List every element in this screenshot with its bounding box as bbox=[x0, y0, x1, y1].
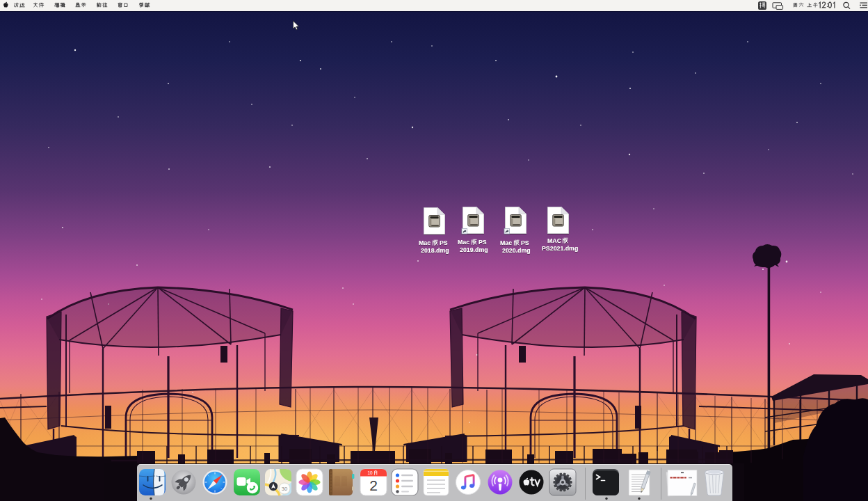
svg-text:10: 10 bbox=[367, 470, 373, 475]
svg-text:PS: PS bbox=[440, 239, 448, 246]
svg-text:MAC: MAC bbox=[547, 237, 562, 244]
svg-text:2020.dmg: 2020.dmg bbox=[502, 247, 531, 254]
svg-text:PS: PS bbox=[479, 239, 487, 246]
svg-text:PS2021.dmg: PS2021.dmg bbox=[542, 245, 578, 252]
svg-text:Mac: Mac bbox=[419, 239, 431, 246]
svg-text:Mac: Mac bbox=[500, 239, 512, 246]
svg-text:2: 2 bbox=[369, 477, 378, 493]
svg-text:30: 30 bbox=[282, 486, 287, 492]
svg-text:Mac: Mac bbox=[458, 239, 469, 246]
svg-text:PS: PS bbox=[521, 239, 529, 246]
svg-text:2019.dmg: 2019.dmg bbox=[460, 246, 488, 253]
svg-text:2018.dmg: 2018.dmg bbox=[421, 247, 449, 254]
